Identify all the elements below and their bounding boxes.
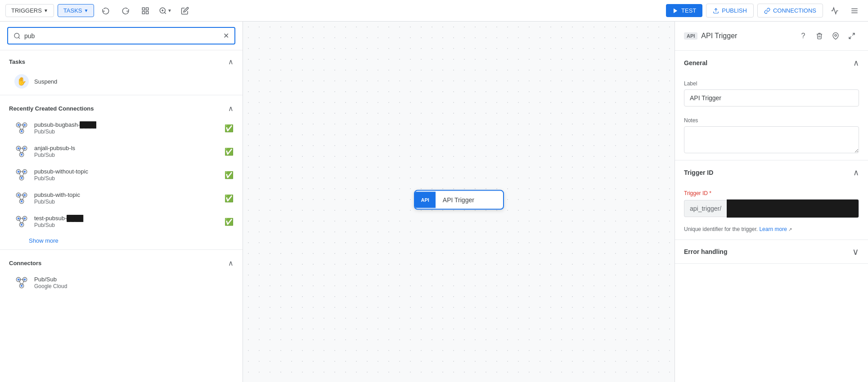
edit-button[interactable] <box>177 3 193 19</box>
connectors-chevron-icon: ∧ <box>228 259 234 267</box>
trigger-id-section-title: Trigger ID <box>684 169 713 176</box>
svg-point-16 <box>24 124 26 126</box>
svg-point-42 <box>18 194 19 196</box>
connection-item-3[interactable]: pubsub-without-topic Pub/Sub ✅ <box>0 163 243 187</box>
connection-item-1[interactable]: pubsub-bugbash-████ Pub/Sub ✅ <box>0 116 243 140</box>
svg-point-35 <box>21 177 22 179</box>
label-field: Label <box>675 75 868 112</box>
show-more-link[interactable]: Show more <box>29 237 58 244</box>
publish-button[interactable]: PUBLISH <box>706 4 754 18</box>
menu-button[interactable] <box>846 3 863 19</box>
connection-info-1: pubsub-bugbash-████ Pub/Sub <box>34 121 219 135</box>
svg-rect-1 <box>146 8 148 10</box>
svg-point-52 <box>24 218 26 219</box>
api-trigger-node[interactable]: API API Trigger <box>414 190 504 210</box>
layout-button[interactable] <box>137 3 153 19</box>
trigger-id-value[interactable] <box>727 199 859 218</box>
right-panel-actions: ? <box>796 29 859 43</box>
svg-point-53 <box>21 224 22 226</box>
right-panel: API API Trigger ? General ∧ <box>675 22 868 382</box>
svg-marker-5 <box>674 8 677 13</box>
connections-button[interactable]: CONNECTIONS <box>757 4 823 18</box>
tasks-chevron-icon: ▼ <box>84 8 88 13</box>
tasks-section-header[interactable]: Tasks ∧ <box>0 50 243 70</box>
right-panel-title-row: API API Trigger <box>684 32 737 40</box>
connection-item-2[interactable]: anjali-pubsub-ls Pub/Sub ✅ <box>0 140 243 163</box>
trigger-id-section-header[interactable]: Trigger ID ∧ <box>675 160 868 185</box>
connector-sub: Google Cloud <box>34 283 234 289</box>
error-handling-section: Error handling ∨ <box>675 240 868 264</box>
stats-button[interactable] <box>827 3 843 19</box>
connectors-section-header[interactable]: Connectors ∧ <box>0 252 243 271</box>
tasks-button[interactable]: TASKS ▼ <box>58 4 94 17</box>
search-input[interactable] <box>24 32 220 40</box>
triggers-chevron-icon: ▼ <box>44 8 48 13</box>
suspend-item[interactable]: ✋ Suspend <box>0 70 243 93</box>
trigger-id-chevron-up-icon: ∧ <box>853 168 859 178</box>
right-panel-header: API API Trigger ? <box>675 22 868 51</box>
connection-item-5[interactable]: test-pubsub-████ Pub/Sub ✅ <box>0 210 243 233</box>
tasks-section-title: Tasks <box>9 58 25 65</box>
section-divider-2 <box>0 249 243 250</box>
connectors-section: Connectors ∧ Pub/Sub Google Cloud <box>0 252 243 294</box>
label-field-label: Label <box>684 80 859 87</box>
node-icon-area: API <box>415 192 436 208</box>
connection-status-2: ✅ <box>225 147 234 156</box>
tasks-section: Tasks ∧ ✋ Suspend <box>0 50 243 93</box>
triggers-label: TRIGGERS <box>11 7 42 14</box>
connection-sub-5: Pub/Sub <box>34 222 219 228</box>
recently-created-header[interactable]: Recently Created Connections ∧ <box>0 97 243 116</box>
connection-item-4[interactable]: pubsub-with-topic Pub/Sub ✅ <box>0 187 243 210</box>
pubsub-icon-2 <box>14 144 29 159</box>
recently-created-section: Recently Created Connections ∧ pubsub-bu… <box>0 97 243 248</box>
error-handling-title: Error handling <box>684 248 727 255</box>
help-button[interactable]: ? <box>796 29 810 43</box>
tasks-chevron-up-icon: ∧ <box>228 58 234 66</box>
connection-status-4: ✅ <box>225 194 234 203</box>
trigger-id-input-row: api_trigger/ <box>684 199 859 218</box>
connector-item-pubsub[interactable]: Pub/Sub Google Cloud <box>0 271 243 294</box>
svg-rect-2 <box>146 11 148 13</box>
svg-point-61 <box>24 279 26 280</box>
learn-more-link[interactable]: Learn more <box>759 226 787 232</box>
svg-rect-0 <box>143 8 145 10</box>
svg-point-24 <box>18 147 19 149</box>
toolbar-right: TEST PUBLISH CONNECTIONS <box>666 3 863 19</box>
notes-field-textarea[interactable] <box>684 126 859 153</box>
svg-point-25 <box>24 147 26 149</box>
notes-field-label: Notes <box>684 117 859 124</box>
test-button[interactable]: TEST <box>666 4 702 17</box>
connection-info-2: anjali-pubsub-ls Pub/Sub <box>34 145 219 158</box>
connection-info-5: test-pubsub-████ Pub/Sub <box>34 215 219 228</box>
suspend-icon: ✋ <box>14 74 29 89</box>
svg-point-10 <box>14 33 19 38</box>
connector-pubsub-icon <box>14 275 29 290</box>
delete-button[interactable] <box>812 29 827 43</box>
svg-point-44 <box>21 200 22 202</box>
trigger-id-help: Unique identifier for the trigger. Learn… <box>675 226 868 232</box>
connection-info-4: pubsub-with-topic Pub/Sub <box>34 191 219 205</box>
trigger-id-section: Trigger ID ∧ Trigger ID * api_trigger/ U… <box>675 160 868 240</box>
search-clear-button[interactable]: ✕ <box>223 31 229 40</box>
label-field-input[interactable] <box>684 89 859 107</box>
svg-point-26 <box>21 154 22 155</box>
publish-label: PUBLISH <box>722 7 747 14</box>
expand-button[interactable] <box>845 29 859 43</box>
pin-button[interactable] <box>828 29 843 43</box>
zoom-button[interactable]: ▼ <box>157 3 173 19</box>
connection-status-3: ✅ <box>225 171 234 179</box>
triggers-button[interactable]: TRIGGERS ▼ <box>5 4 54 17</box>
general-chevron-up-icon: ∧ <box>853 58 859 68</box>
svg-point-51 <box>18 218 19 219</box>
connector-name: Pub/Sub <box>34 276 234 283</box>
error-handling-header[interactable]: Error handling ∨ <box>675 240 868 263</box>
pubsub-icon-5 <box>14 214 29 229</box>
redo-button[interactable] <box>117 3 134 19</box>
general-section-header[interactable]: General ∧ <box>675 51 868 75</box>
connection-sub-2: Pub/Sub <box>34 152 219 158</box>
svg-point-43 <box>24 194 26 196</box>
api-badge: API <box>684 32 697 40</box>
connection-sub-3: Pub/Sub <box>34 175 219 182</box>
node-connector <box>457 209 461 210</box>
undo-button[interactable] <box>98 3 114 19</box>
